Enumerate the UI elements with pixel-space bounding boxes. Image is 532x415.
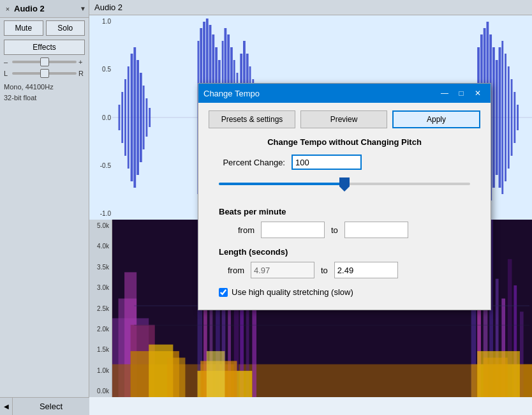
dialog-titlebar: Change Tempo — □ ✕	[198, 84, 491, 103]
spec-y-3k: 3.0k	[91, 284, 110, 291]
bpm-to-input[interactable]	[344, 222, 408, 238]
y-axis-spectrogram: 5.0k 4.0k 3.5k 3.0k 2.5k 2.0k 1.5k 1.0k …	[89, 220, 112, 397]
length-row: from to	[219, 262, 480, 278]
volume-min-label: –	[4, 58, 10, 66]
svg-rect-82	[134, 325, 529, 326]
app-container: × Audio 2 ▼ Mute Solo Effects – + L R Mo…	[0, 0, 532, 415]
change-tempo-dialog: Change Tempo — □ ✕ Presets & settings Pr…	[198, 83, 491, 310]
volume-slider[interactable]	[12, 61, 77, 63]
spec-y-2k: 2.0k	[91, 326, 110, 333]
svg-marker-83	[339, 177, 350, 192]
length-from-label: from	[219, 266, 244, 275]
pan-slider-row: L R	[0, 68, 89, 79]
svg-rect-5	[128, 66, 129, 169]
bpm-row: from to	[219, 222, 480, 238]
presets-settings-button[interactable]: Presets & settings	[209, 110, 295, 128]
y-label-neg1.0: -1.0	[91, 210, 111, 217]
dialog-content: Presets & settings Preview Apply Change …	[198, 103, 491, 310]
track-info-line2: 32-bit float	[4, 93, 85, 103]
bpm-to-label: to	[331, 225, 338, 235]
y-label-1.0: 1.0	[91, 18, 111, 25]
spec-y-1k: 1.0k	[91, 367, 110, 374]
svg-rect-7	[133, 47, 136, 188]
svg-rect-44	[514, 92, 515, 143]
audio-track-title: Audio 2	[94, 3, 122, 12]
dialog-subtitle: Change Tempo without Changing Pitch	[209, 137, 480, 147]
bottom-bar: ◀ Select	[0, 397, 89, 415]
svg-rect-45	[517, 105, 519, 130]
length-from-input[interactable]	[251, 262, 314, 278]
solo-button[interactable]: Solo	[46, 20, 85, 36]
track-name-arrow: ▼	[80, 5, 86, 12]
quality-checkbox[interactable]	[219, 288, 228, 297]
y-label-neg0.5: -0.5	[91, 162, 111, 169]
y-label-0.5: 0.5	[91, 66, 111, 73]
volume-max-label: +	[78, 58, 85, 66]
track-close-button[interactable]: ×	[3, 4, 13, 14]
track-info: Mono, 44100Hz 32-bit float	[0, 79, 89, 105]
svg-rect-10	[143, 86, 145, 149]
length-to-label: to	[321, 266, 328, 275]
spec-y-35k: 3.5k	[91, 264, 110, 271]
effects-button[interactable]: Effects	[4, 40, 85, 55]
scroll-left-button[interactable]: ◀	[0, 398, 13, 415]
spec-y-15k: 1.5k	[91, 346, 110, 353]
bpm-from-label: from	[229, 225, 255, 235]
quality-checkbox-row: Use high quality stretching (slow)	[209, 287, 480, 302]
volume-slider-thumb[interactable]	[40, 57, 49, 66]
pan-slider[interactable]	[12, 72, 77, 75]
audio-title-bar: Audio 2	[89, 0, 532, 15]
percent-change-row: Percent Change:	[209, 155, 480, 170]
svg-rect-3	[121, 92, 123, 143]
svg-rect-41	[505, 54, 506, 181]
svg-rect-37	[492, 47, 495, 188]
svg-rect-42	[508, 66, 510, 169]
percent-change-input[interactable]	[292, 155, 362, 170]
spec-y-25k: 2.5k	[91, 305, 110, 312]
pan-slider-thumb[interactable]	[40, 69, 49, 78]
svg-rect-38	[496, 60, 498, 175]
y-label-0.0: 0.0	[91, 114, 111, 121]
quality-checkbox-label: Use high quality stretching (slow)	[232, 287, 353, 297]
length-section: Length (seconds) from to	[209, 247, 480, 278]
length-to-input[interactable]	[334, 262, 398, 278]
bpm-section: Beats per minute from to	[209, 207, 480, 238]
svg-rect-2	[119, 105, 121, 130]
svg-rect-9	[140, 73, 142, 162]
pan-left-label: L	[4, 70, 10, 77]
track-name: Audio 2	[14, 4, 80, 13]
length-section-label: Length (seconds)	[219, 247, 480, 257]
apply-button[interactable]: Apply	[392, 110, 480, 128]
percent-change-label: Percent Change:	[209, 158, 285, 167]
svg-rect-6	[131, 54, 133, 181]
dialog-minimize-button[interactable]: —	[437, 87, 452, 100]
preview-button[interactable]: Preview	[300, 110, 387, 128]
percent-slider-container	[219, 177, 470, 197]
dialog-toolbar: Presets & settings Preview Apply	[209, 110, 480, 128]
svg-rect-4	[124, 79, 126, 156]
volume-slider-row: – +	[0, 56, 89, 68]
spec-y-0k: 0.0k	[91, 388, 110, 395]
y-axis-waveform: 1.0 0.5 0.0 -0.5 -1.0	[89, 15, 112, 220]
pan-right-label: R	[78, 70, 85, 77]
spec-y-4k: 4.0k	[91, 243, 110, 250]
track-info-line1: Mono, 44100Hz	[4, 82, 85, 93]
select-button[interactable]: Select	[13, 398, 89, 415]
mute-button[interactable]: Mute	[4, 20, 43, 36]
svg-rect-55	[167, 358, 186, 397]
svg-rect-40	[501, 41, 503, 194]
svg-rect-8	[137, 60, 139, 175]
svg-rect-11	[145, 98, 147, 137]
dialog-maximize-button[interactable]: □	[454, 87, 469, 100]
slider-fill	[219, 183, 344, 185]
track-header: × Audio 2 ▼	[0, 0, 89, 18]
bpm-from-input[interactable]	[261, 222, 325, 238]
dialog-close-button[interactable]: ✕	[470, 87, 485, 100]
dialog-title: Change Tempo	[203, 89, 436, 98]
svg-rect-43	[511, 79, 513, 156]
track-controls: × Audio 2 ▼ Mute Solo Effects – + L R Mo…	[0, 0, 89, 415]
slider-handle[interactable]	[338, 177, 351, 193]
track-mute-solo-row: Mute Solo	[0, 18, 89, 38]
svg-rect-39	[499, 47, 501, 188]
svg-rect-12	[149, 108, 151, 127]
